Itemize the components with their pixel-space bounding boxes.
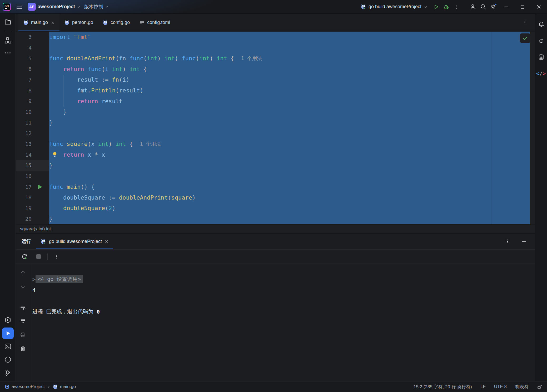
- window-close-button[interactable]: [531, 0, 547, 14]
- window-minimize-button[interactable]: [498, 0, 514, 14]
- vcs-menu[interactable]: 版本控制: [84, 4, 109, 10]
- run-panel-title[interactable]: 运行: [16, 234, 36, 249]
- code-line-7[interactable]: result := fn(i): [49, 75, 535, 85]
- run-config-selector[interactable]: go build awesomeProject: [361, 4, 427, 9]
- gutter-line-20[interactable]: 20: [16, 214, 49, 224]
- run-tab-close-button[interactable]: [105, 240, 108, 243]
- gutter-line-19[interactable]: 19: [16, 203, 49, 214]
- git-tool-button[interactable]: [2, 367, 14, 379]
- code-line-6[interactable]: return func(i int) int {: [49, 64, 535, 75]
- folded-region[interactable]: <4 go 设置调用>: [36, 275, 83, 283]
- notifications-tool-button[interactable]: [536, 19, 546, 29]
- run-panel-options-kebab[interactable]: [503, 237, 512, 246]
- console-options-kebab[interactable]: [52, 252, 61, 261]
- caret-position-widget[interactable]: 15:2 (285 字符, 20 行 换行符): [414, 384, 472, 390]
- code-line-14[interactable]: return x * x: [49, 149, 535, 160]
- tab-close-button[interactable]: [51, 21, 55, 24]
- gutter-line-7[interactable]: 7: [16, 75, 49, 85]
- gutter-line-3[interactable]: 3: [16, 32, 49, 42]
- gutter-line-16[interactable]: 16: [16, 171, 49, 182]
- problems-tool-button[interactable]: [2, 354, 14, 365]
- console-toolbar: [16, 264, 30, 381]
- run-configuration-tab[interactable]: go build awesomeProject: [36, 234, 113, 249]
- ai-assistant-tool-button[interactable]: [536, 36, 546, 46]
- gutter-line-15[interactable]: 15: [16, 160, 49, 171]
- debug-button[interactable]: [441, 2, 451, 12]
- editor-context-bar[interactable]: square(x int) int: [16, 224, 535, 233]
- run-tool-button[interactable]: [2, 328, 14, 339]
- code-line-5[interactable]: func doubleAndPrint(fn func(int) int) fu…: [49, 53, 535, 64]
- code-line-20[interactable]: }: [49, 214, 535, 224]
- statusbar-file[interactable]: main.go: [53, 384, 76, 389]
- run-panel-hide-button[interactable]: [519, 237, 529, 246]
- code-line-4[interactable]: [49, 42, 535, 53]
- code-line-18[interactable]: doubleSquare := doubleAndPrint(square): [49, 192, 535, 203]
- vcs-label: 版本控制: [84, 4, 103, 10]
- inspections-widget[interactable]: [520, 33, 531, 43]
- terminal-tool-button[interactable]: [2, 341, 14, 352]
- code-line-12[interactable]: [49, 128, 535, 139]
- line-separator-widget[interactable]: LF: [480, 384, 486, 389]
- structure-tool-button[interactable]: [2, 34, 14, 46]
- code-with-me-button[interactable]: [468, 2, 478, 12]
- endpoints-tool-button[interactable]: </>: [536, 68, 546, 78]
- editor-tab-main-go[interactable]: main.go: [18, 14, 59, 31]
- code-line-19[interactable]: doubleSquare(2): [49, 203, 535, 214]
- code-line-9[interactable]: return result: [49, 96, 535, 107]
- more-tool-windows-button[interactable]: [2, 47, 14, 59]
- editor-tab-config-toml[interactable]: config.toml: [135, 14, 175, 31]
- prev-occurrence-button[interactable]: [18, 268, 28, 277]
- statusbar-project[interactable]: awesomeProject: [5, 384, 45, 389]
- editor-code-area[interactable]: import "fmt"func doubleAndPrint(fn func(…: [49, 32, 535, 224]
- run-tool-window: 运行 go build awesomeProject: [16, 233, 535, 381]
- tab-options-kebab[interactable]: [520, 18, 530, 27]
- gutter-line-5[interactable]: 5: [16, 53, 49, 64]
- code-line-16[interactable]: [49, 171, 535, 182]
- project-selector[interactable]: AP awesomeProject: [28, 3, 81, 11]
- window-maximize-button[interactable]: [514, 0, 531, 14]
- settings-button[interactable]: [488, 2, 498, 12]
- encoding-widget[interactable]: UTF-8: [494, 384, 507, 389]
- editor-tab-config-go[interactable]: config.go: [98, 14, 135, 31]
- indent-widget[interactable]: 制表符: [515, 384, 529, 390]
- main-menu-button[interactable]: [14, 2, 24, 12]
- rerun-button[interactable]: [20, 252, 29, 261]
- chevron-right-icon: [47, 385, 50, 388]
- more-actions-kebab[interactable]: [451, 2, 461, 12]
- database-tool-button[interactable]: [536, 52, 546, 62]
- run-line-marker[interactable]: [32, 185, 49, 189]
- editor-tab-person-go[interactable]: person.go: [59, 14, 98, 31]
- gutter-line-6[interactable]: 6: [16, 64, 49, 75]
- gutter-line-11[interactable]: 11: [16, 117, 49, 128]
- gutter-line-12[interactable]: 12: [16, 128, 49, 139]
- intention-bulb-icon[interactable]: [52, 151, 58, 158]
- gutter-line-10[interactable]: 10: [16, 107, 49, 117]
- readonly-toggle[interactable]: [537, 384, 542, 389]
- code-line-17[interactable]: func main() {: [49, 181, 535, 192]
- gutter-line-17[interactable]: 17: [16, 181, 49, 192]
- search-everywhere-button[interactable]: [478, 2, 488, 12]
- next-occurrence-button[interactable]: [18, 282, 28, 291]
- code-line-8[interactable]: fmt.Println(result): [49, 85, 535, 96]
- clear-console-button[interactable]: [18, 344, 28, 353]
- services-tool-button[interactable]: [2, 314, 14, 326]
- gutter-line-18[interactable]: 18: [16, 192, 49, 203]
- code-line-10[interactable]: }: [49, 107, 535, 117]
- gutter-line-13[interactable]: 13: [16, 139, 49, 150]
- code-line-13[interactable]: func square(x int) int { 1 个用法: [49, 139, 535, 150]
- scroll-to-end-button[interactable]: [18, 316, 28, 326]
- gutter-line-14[interactable]: 14: [16, 149, 49, 160]
- code-line-11[interactable]: }: [49, 117, 535, 128]
- code-line-3[interactable]: import "fmt": [49, 32, 535, 42]
- project-tool-button[interactable]: [2, 16, 14, 28]
- gutter-line-4[interactable]: 4: [16, 42, 49, 53]
- code-line-15[interactable]: }: [49, 160, 535, 171]
- stop-button[interactable]: [34, 252, 43, 261]
- gutter-line-8[interactable]: 8: [16, 85, 49, 96]
- soft-wrap-button[interactable]: [18, 303, 28, 312]
- printer-icon: [20, 332, 26, 338]
- unlock-icon: [537, 384, 542, 389]
- gutter-line-9[interactable]: 9: [16, 96, 49, 107]
- print-button[interactable]: [18, 330, 28, 340]
- run-button[interactable]: [431, 2, 441, 12]
